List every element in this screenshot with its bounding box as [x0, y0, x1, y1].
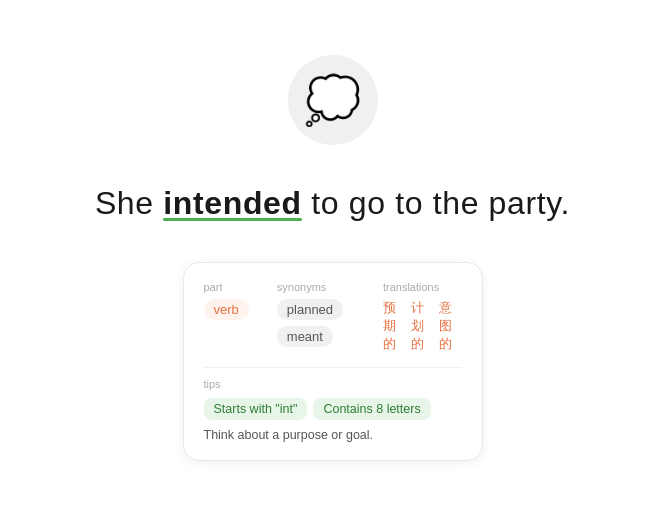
translation-3: 意图的: [439, 299, 461, 353]
cloud-emoji: 💭: [304, 77, 361, 123]
part-label: part: [204, 281, 249, 293]
synonyms-tags: planned meant: [277, 299, 355, 347]
info-card: part verb synonyms planned meant transla…: [183, 262, 483, 461]
part-tags: verb: [204, 299, 249, 320]
sentence-before: She: [95, 185, 163, 221]
synonym-planned: planned: [277, 299, 343, 320]
tip-description: Think about a purpose or goal.: [204, 428, 462, 442]
part-section: part verb: [204, 281, 249, 353]
synonyms-section: synonyms planned meant: [277, 281, 355, 353]
tips-badges-row: Starts with "int" Contains 8 letters: [204, 398, 462, 420]
translations-row: 预期的 计划的 意图的: [383, 299, 462, 353]
cloud-icon: 💭: [288, 55, 378, 145]
tip-badge-2: Contains 8 letters: [313, 398, 430, 420]
tips-section: tips Starts with "int" Contains 8 letter…: [204, 378, 462, 442]
highlighted-word: intended: [163, 185, 301, 221]
tip-badge-1: Starts with "int": [204, 398, 308, 420]
translations-label: translations: [383, 281, 462, 293]
synonyms-label: synonyms: [277, 281, 355, 293]
translations-section: translations 预期的 计划的 意图的: [383, 281, 462, 353]
tips-label: tips: [204, 378, 462, 390]
verb-tag: verb: [204, 299, 249, 320]
part-synonyms-row: part verb synonyms planned meant transla…: [204, 281, 462, 353]
translation-1: 预期的: [383, 299, 405, 353]
sentence-after: to go to the party.: [302, 185, 570, 221]
translation-2: 计划的: [411, 299, 433, 353]
sentence: She intended to go to the party.: [95, 185, 570, 222]
divider: [204, 367, 462, 368]
synonym-meant: meant: [277, 326, 333, 347]
